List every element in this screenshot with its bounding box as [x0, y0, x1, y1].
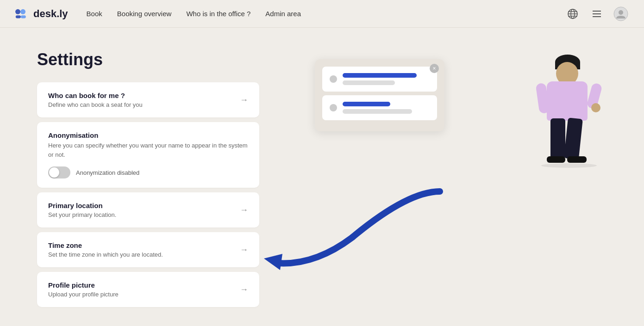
nav-book[interactable]: Book	[87, 10, 102, 18]
globe-button[interactable]	[564, 6, 581, 22]
primary-location-desc: Set your primary location.	[48, 211, 116, 218]
profile-avatar-button[interactable]	[613, 6, 629, 22]
logo[interactable]: desk.ly	[15, 8, 68, 20]
svg-marker-14	[264, 254, 282, 270]
dialog-dot-1	[330, 75, 337, 83]
nav-who-in-office[interactable]: Who is in the office ?	[186, 10, 250, 18]
svg-rect-3	[21, 15, 26, 18]
who-can-book-arrow: →	[240, 95, 248, 105]
main-content: Settings Who can book for me ? Define wh…	[0, 28, 644, 326]
dialog-bars-1	[343, 73, 430, 85]
person-leg-left	[550, 118, 565, 159]
nav-booking-overview[interactable]: Booking overview	[117, 10, 172, 18]
profile-picture-desc: Upload your profile picture	[48, 291, 119, 298]
profile-picture-title: Profile picture	[48, 281, 119, 289]
person-shoe-right	[567, 156, 587, 163]
primary-location-arrow: →	[240, 205, 248, 215]
svg-point-13	[619, 10, 623, 15]
settings-panel: Settings Who can book for me ? Define wh…	[37, 50, 259, 312]
nav-links: Book Booking overview Who is in the offi…	[87, 10, 564, 18]
anonymisation-toggle-row: Anonymization disabled	[48, 166, 248, 178]
person-leg-right	[564, 117, 583, 160]
time-zone-title: Time zone	[48, 241, 163, 249]
dialog-close-button[interactable]: ×	[430, 64, 439, 73]
profile-picture-arrow: →	[240, 285, 248, 295]
nav-admin-area[interactable]: Admin area	[265, 10, 301, 18]
who-can-book-card[interactable]: Who can book for me ? Define who can boo…	[37, 82, 259, 117]
time-zone-card[interactable]: Time zone Set the time zone in which you…	[37, 232, 259, 267]
dialog-bars-2	[343, 102, 430, 114]
anonymisation-toggle[interactable]	[48, 166, 70, 178]
logo-text: desk.ly	[33, 8, 68, 20]
svg-point-0	[15, 9, 20, 14]
primary-location-text: Primary location Set your primary locati…	[48, 202, 116, 218]
time-zone-arrow: →	[240, 245, 248, 255]
anonymisation-desc: Here you can specify whether you want yo…	[48, 141, 248, 159]
menu-button[interactable]	[588, 6, 605, 22]
dialog-bar-grey-1	[343, 80, 395, 85]
person-shoe-left	[547, 156, 565, 163]
person-illustration	[533, 55, 607, 170]
decorative-arrow	[259, 182, 444, 275]
time-zone-desc: Set the time zone in which you are locat…	[48, 251, 163, 258]
who-can-book-text: Who can book for me ? Define who can boo…	[48, 92, 143, 108]
primary-location-title: Primary location	[48, 202, 116, 209]
navbar: desk.ly Book Booking overview Who is in …	[0, 0, 644, 28]
nav-right	[564, 6, 629, 22]
illustration-area: ×	[287, 50, 607, 312]
anonymisation-toggle-label: Anonymization disabled	[76, 169, 139, 176]
toggle-knob	[49, 167, 59, 178]
float-dialog: ×	[315, 59, 444, 131]
dialog-row-2	[322, 95, 437, 120]
primary-location-card[interactable]: Primary location Set your primary locati…	[37, 192, 259, 228]
anonymisation-card: Anonymisation Here you can specify wheth…	[37, 122, 259, 188]
profile-picture-text: Profile picture Upload your profile pict…	[48, 281, 119, 298]
dialog-dot-2	[330, 104, 337, 111]
who-can-book-desc: Define who can book a seat for you	[48, 101, 143, 108]
person-hand	[591, 103, 600, 112]
dialog-bar-blue-medium	[343, 102, 390, 106]
page-title: Settings	[37, 50, 259, 69]
dialog-bar-grey-2	[343, 109, 412, 114]
svg-rect-2	[16, 15, 21, 18]
dialog-row-1	[322, 67, 437, 92]
who-can-book-title: Who can book for me ?	[48, 92, 143, 99]
svg-point-1	[20, 9, 25, 14]
anonymisation-title: Anonymisation	[48, 131, 248, 139]
time-zone-text: Time zone Set the time zone in which you…	[48, 241, 163, 258]
person-body	[547, 81, 588, 121]
profile-picture-card[interactable]: Profile picture Upload your profile pict…	[37, 272, 259, 307]
dialog-bar-blue-long	[343, 73, 417, 78]
person-shadow	[541, 163, 597, 168]
